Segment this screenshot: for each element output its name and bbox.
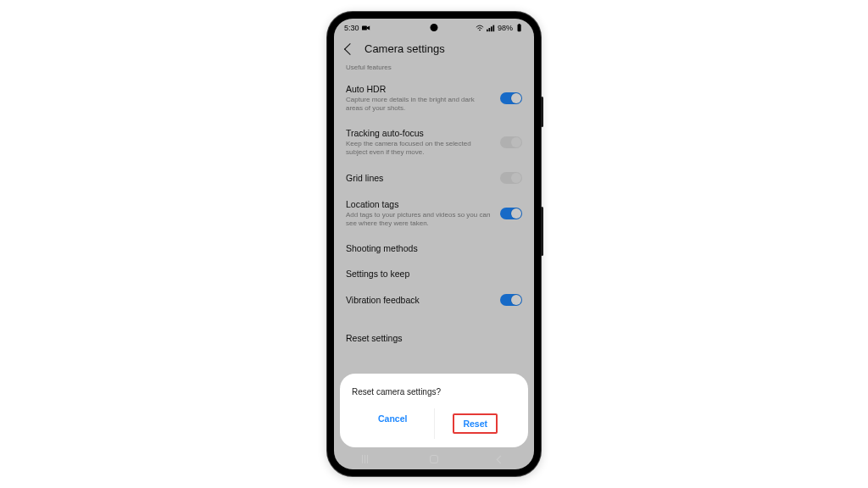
cancel-button[interactable]: Cancel (352, 408, 434, 439)
nav-recent-button[interactable] (361, 453, 373, 465)
android-nav-bar (334, 449, 534, 469)
front-camera-hole (431, 24, 438, 31)
reset-button[interactable]: Reset (435, 408, 517, 439)
phone-frame: 5:30 98% (327, 12, 541, 476)
dialog-actions: Cancel Reset (352, 408, 516, 439)
screen: 5:30 98% (334, 19, 534, 469)
dialog-question: Reset camera settings? (352, 387, 516, 396)
nav-home-button[interactable] (428, 453, 440, 465)
nav-back-button[interactable] (495, 453, 507, 465)
reset-button-highlight: Reset (453, 413, 498, 434)
power-button (541, 207, 543, 256)
volume-button (541, 97, 543, 127)
reset-dialog: Reset camera settings? Cancel Reset (340, 374, 528, 447)
